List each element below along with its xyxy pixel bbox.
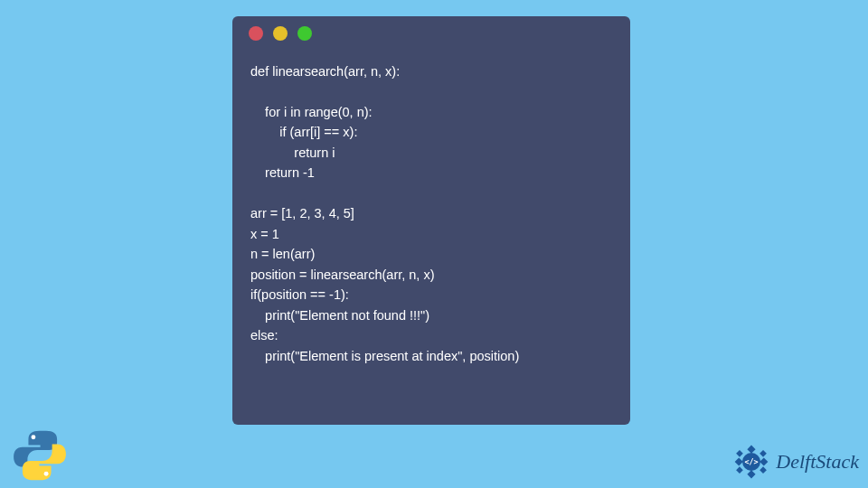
svg-marker-9: [736, 450, 743, 457]
delftstack-logo-icon: </>: [731, 441, 772, 483]
close-icon[interactable]: [249, 26, 263, 41]
code-line: return -1: [250, 165, 315, 180]
svg-point-1: [44, 472, 49, 476]
delftstack-brand-name: DelftStack: [776, 450, 859, 474]
code-snippet: def linearsearch(arr, n, x): for i in ra…: [232, 51, 630, 384]
window-titlebar: [232, 16, 630, 51]
python-logo-icon: [13, 428, 67, 483]
code-line: def linearsearch(arr, n, x):: [250, 64, 400, 79]
code-line: position = linearsearch(arr, n, x): [250, 267, 435, 282]
svg-marker-4: [748, 470, 756, 478]
svg-point-0: [31, 435, 35, 439]
code-window: def linearsearch(arr, n, x): for i in ra…: [232, 16, 630, 425]
svg-marker-5: [735, 457, 743, 465]
minimize-icon[interactable]: [273, 26, 288, 41]
code-line: arr = [1, 2, 3, 4, 5]: [250, 206, 354, 221]
svg-text:</>: </>: [745, 457, 759, 466]
code-line: for i in range(0, n):: [250, 105, 373, 119]
svg-marker-8: [736, 466, 743, 474]
svg-marker-7: [760, 466, 768, 474]
code-line: if(position == -1):: [250, 287, 349, 302]
code-line: if (arr[i] == x):: [250, 125, 357, 139]
code-line: print("Element not found !!!"): [250, 308, 429, 323]
code-line: x = 1: [250, 227, 279, 241]
code-line: return i: [250, 145, 335, 160]
maximize-icon[interactable]: [297, 26, 312, 41]
svg-marker-2: [748, 446, 756, 454]
svg-marker-3: [760, 457, 769, 465]
code-line: n = len(arr): [250, 247, 315, 261]
code-line: else:: [250, 328, 278, 343]
code-line: print("Element is present at index", pos…: [250, 349, 519, 363]
svg-marker-6: [760, 450, 768, 457]
delftstack-logo: </> DelftStack: [731, 441, 859, 483]
